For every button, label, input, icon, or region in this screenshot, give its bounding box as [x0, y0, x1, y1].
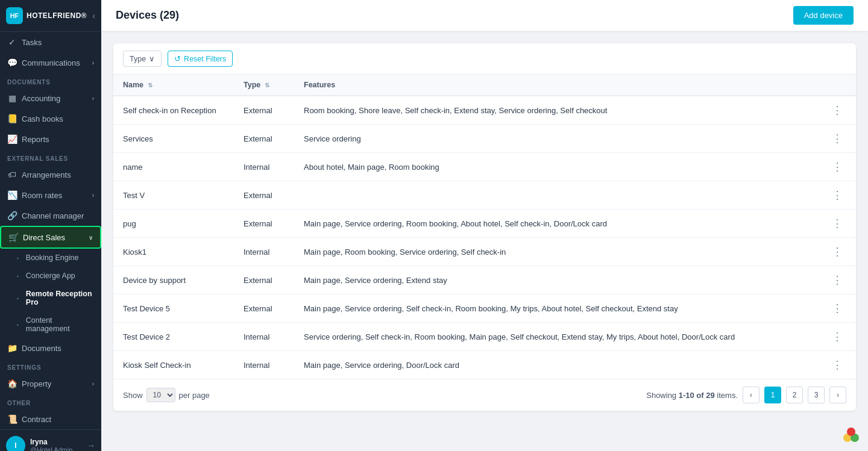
sidebar-item-direct-sales[interactable]: 🛒 Direct Sales ∨ — [0, 226, 101, 249]
sidebar-sub-label: Content management — [26, 316, 94, 333]
row-actions-button[interactable]: ⋮ — [828, 131, 846, 146]
main-content: Devices (29) Add device Type ∨ ↺ Reset F… — [101, 0, 868, 451]
property-icon: 🏠 — [7, 379, 17, 388]
col-header-type: Type ⇅ — [234, 75, 294, 96]
row-actions: ⋮ — [819, 181, 856, 210]
filter-bar: Type ∨ ↺ Reset Filters — [113, 43, 856, 75]
channel-manager-icon: 🔗 — [7, 211, 17, 220]
chevron-right-icon: › — [92, 60, 94, 66]
page-1-button[interactable]: 1 — [764, 387, 781, 403]
per-page-select[interactable]: 10 25 50 — [146, 388, 175, 402]
chevron-right-icon: › — [92, 381, 94, 387]
device-name: Kiosk1 — [113, 238, 234, 266]
sidebar-item-content-management[interactable]: • Content management — [0, 311, 101, 338]
content-area: Type ∨ ↺ Reset Filters Name ⇅ — [101, 31, 868, 451]
sidebar-item-concierge-app[interactable]: • Concierge App — [0, 267, 101, 285]
user-name: Iryna — [30, 438, 82, 446]
logo-area: HF HOTELFRIEND® ‹ — [0, 0, 101, 32]
sidebar-item-cash-books[interactable]: 📒 Cash books — [0, 108, 101, 129]
row-actions-button[interactable]: ⋮ — [828, 103, 846, 117]
sidebar-item-arrangements[interactable]: 🏷 Arrangements — [0, 164, 101, 185]
sidebar: HF HOTELFRIEND® ‹ ✓ Tasks 💬 Communicatio… — [0, 0, 101, 451]
sidebar-item-property[interactable]: 🏠 Property › — [0, 373, 101, 394]
bullet-icon: • — [17, 273, 19, 279]
device-features: Main page, Room booking, Service orderin… — [294, 238, 819, 266]
sidebar-item-documents[interactable]: 📁 Documents — [0, 338, 101, 358]
table-row: Test V External ⋮ — [113, 181, 856, 210]
page-2-button[interactable]: 2 — [786, 387, 803, 403]
sidebar-item-label: Tasks — [22, 38, 42, 47]
logout-button[interactable]: → — [87, 441, 95, 450]
sidebar-item-channel-manager[interactable]: 🔗 Channel manager — [0, 205, 101, 226]
sidebar-item-label: Cash books — [22, 114, 63, 123]
row-actions-button[interactable]: ⋮ — [828, 329, 846, 344]
table-row: Kiosk1 Internal Main page, Room booking,… — [113, 238, 856, 266]
show-label: Show — [123, 391, 143, 400]
sidebar-item-booking-engine[interactable]: • Booking Engine — [0, 249, 101, 267]
device-features: Service ordering, Self check-in, Room bo… — [294, 323, 819, 351]
communications-icon: 💬 — [7, 58, 17, 67]
row-actions-button[interactable]: ⋮ — [828, 216, 846, 231]
sidebar-item-label: Reports — [22, 135, 49, 144]
row-actions: ⋮ — [819, 351, 856, 379]
device-name: Kiosk Self Check-in — [113, 351, 234, 379]
sidebar-sub-label: Booking Engine — [26, 253, 79, 262]
device-type: External — [234, 96, 294, 125]
add-device-button[interactable]: Add device — [793, 6, 854, 25]
row-actions-button[interactable]: ⋮ — [828, 160, 846, 174]
devices-table: Name ⇅ Type ⇅ Features S — [113, 75, 856, 379]
direct-sales-icon: 🛒 — [8, 232, 18, 242]
device-features — [294, 181, 819, 210]
svg-point-2 — [847, 428, 855, 436]
device-name: Self check-in on Reception — [113, 96, 234, 125]
reset-filters-button[interactable]: ↺ Reset Filters — [168, 51, 233, 67]
row-actions: ⋮ — [819, 125, 856, 153]
avatar: I — [6, 436, 25, 451]
device-features: Main page, Service ordering, Extend stay — [294, 266, 819, 294]
device-type: External — [234, 125, 294, 153]
section-other: OTHER — [0, 394, 101, 409]
sidebar-collapse-button[interactable]: ‹ — [92, 11, 95, 20]
sidebar-item-contract[interactable]: 📜 Contract — [0, 409, 101, 429]
section-external-sales: EXTERNAL SALES — [0, 149, 101, 164]
device-type: Internal — [234, 153, 294, 181]
row-actions: ⋮ — [819, 96, 856, 125]
table-header-row: Name ⇅ Type ⇅ Features — [113, 75, 856, 96]
page-3-button[interactable]: 3 — [808, 387, 825, 403]
device-type: External — [234, 294, 294, 323]
sidebar-item-remote-reception-pro[interactable]: • Remote Reception Pro — [0, 285, 101, 311]
top-bar: Devices (29) Add device — [101, 0, 868, 31]
table-row: name Internal About hotel, Main page, Ro… — [113, 153, 856, 181]
user-profile-area: I Iryna @Hotel Admin → — [0, 429, 101, 451]
chevron-down-icon: ∨ — [149, 54, 155, 63]
device-name: pug — [113, 210, 234, 238]
sidebar-item-label: Contract — [22, 415, 51, 424]
row-actions: ⋮ — [819, 210, 856, 238]
pagination-controls: Showing 1-10 of 29 items. ‹ 1 2 3 › — [646, 387, 846, 403]
col-header-name: Name ⇅ — [113, 75, 234, 96]
sidebar-item-accounting[interactable]: ▦ Accounting › — [0, 88, 101, 108]
row-actions: ⋮ — [819, 323, 856, 351]
next-page-button[interactable]: › — [829, 387, 846, 403]
device-features: Room booking, Shore leave, Self check-in… — [294, 96, 819, 125]
sidebar-item-room-rates[interactable]: 📉 Room rates › — [0, 185, 101, 205]
row-actions-button[interactable]: ⋮ — [828, 273, 846, 287]
table-row: Test Device 5 External Main page, Servic… — [113, 294, 856, 323]
app-name: HOTELFRIEND® — [27, 11, 87, 20]
row-actions-button[interactable]: ⋮ — [828, 244, 846, 259]
sort-icon[interactable]: ⇅ — [148, 82, 153, 89]
device-features: Main page, Service ordering, Room bookin… — [294, 210, 819, 238]
sidebar-item-reports[interactable]: 📈 Reports — [0, 129, 101, 149]
row-actions-button[interactable]: ⋮ — [828, 301, 846, 316]
sidebar-item-communications[interactable]: 💬 Communications › — [0, 52, 101, 73]
sidebar-sub-label: Concierge App — [26, 272, 75, 280]
device-type: External — [234, 266, 294, 294]
row-actions-button[interactable]: ⋮ — [828, 358, 846, 372]
row-actions-button[interactable]: ⋮ — [828, 188, 846, 202]
type-filter-button[interactable]: Type ∨ — [123, 51, 162, 67]
device-name: Test V — [113, 181, 234, 210]
prev-page-button[interactable]: ‹ — [743, 387, 760, 403]
sidebar-item-tasks[interactable]: ✓ Tasks — [0, 32, 101, 52]
table-row: Self check-in on Reception External Room… — [113, 96, 856, 125]
sort-icon[interactable]: ⇅ — [265, 82, 269, 89]
